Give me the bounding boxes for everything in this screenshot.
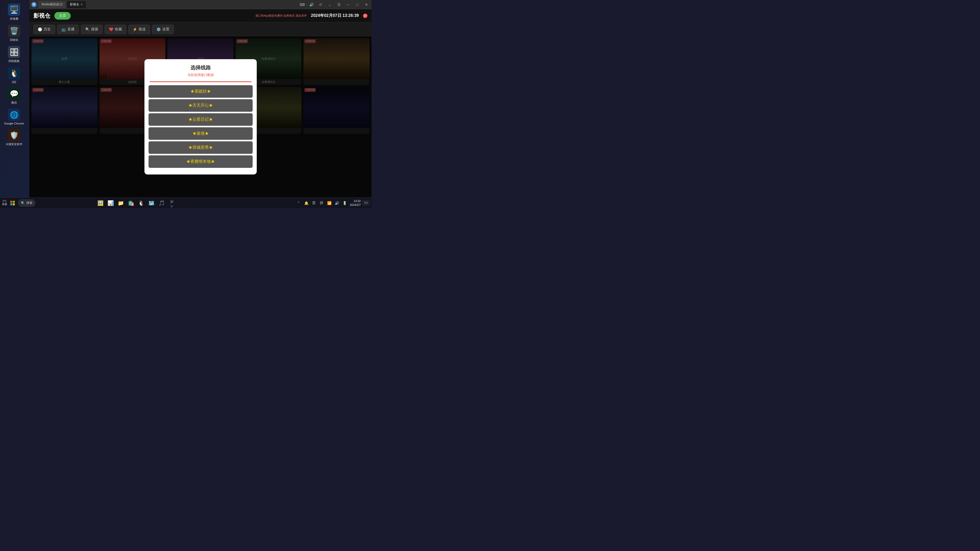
taskbar-search[interactable]: 🔍 搜索 <box>18 199 35 207</box>
menu-icon[interactable]: ☰ <box>336 2 342 8</box>
modal-overlay[interactable]: 选择线路 当前使用接口数据 ★菜妮丝★ ★天天开心★ ★云星日记★ ★俊佬★ ★… <box>29 36 372 197</box>
desktop-icon-label-wechat: 微信 <box>11 101 17 105</box>
taskbar-app-maps[interactable]: 🗺️ <box>146 198 156 208</box>
volume-icon[interactable]: 🔊 <box>308 2 314 8</box>
route-btn-4[interactable]: ★荷城茶秀★ <box>148 141 253 154</box>
desktop-icon-recycle-bin[interactable]: 🗑️ 回收站 <box>3 24 25 43</box>
taskbar-expand-icon[interactable]: ⌃ <box>296 200 302 206</box>
desktop-icons: 🖥️ 此电脑 🗑️ 回收站 🎛️ 控制面板 🐧 QQ 💬 微信 🌐 Google… <box>0 0 28 208</box>
taskbar-app-tiles[interactable]: 📊 <box>106 198 115 208</box>
maximize-icon[interactable]: □ <box>354 2 360 8</box>
desktop-icon-label-control-panel: 控制面板 <box>8 59 20 63</box>
search-icon: 🔍 <box>85 27 89 32</box>
route-btn-2[interactable]: ★云星日记★ <box>148 113 253 126</box>
chevron-down-icon[interactable]: ⌄ <box>327 2 333 8</box>
live-label: 直播 <box>67 27 75 32</box>
titlebar-controls: ⌨ 🔊 ↺ ⌄ ☰ ─ □ ✕ <box>299 2 369 8</box>
desktop-icon-wechat[interactable]: 💬 微信 <box>3 86 25 106</box>
desktop-icon-label-qq: QQ <box>12 80 16 83</box>
desktop-icon-control-panel[interactable]: 🎛️ 控制面板 <box>3 45 25 64</box>
taskbar: 2°C 雾霾 🔍 搜索 🖼️ 📊 📁 🛍️ 🐧 🗺️ 🎵 📱 <box>0 197 372 208</box>
desktop-icon-label-security: 火绒安全软件 <box>6 142 22 146</box>
keyboard-icon[interactable]: ⌨ <box>299 2 305 8</box>
tab-bar: MuMu模拟器12 影视仓 ✕ <box>38 1 297 8</box>
header-notice: 接口和App都是免费的 如果购买 退款差评 <box>256 14 307 17</box>
taskbar-time: 13:32 2024/2/7 <box>350 199 361 206</box>
tab-app[interactable]: 影视仓 ✕ <box>67 1 86 8</box>
taskbar-ime-icon1[interactable]: 英 <box>311 200 317 206</box>
settings-label: 设置 <box>162 27 169 32</box>
route-btn-3[interactable]: ★俊佬★ <box>148 127 253 140</box>
search-label-taskbar: 搜索 <box>26 201 32 205</box>
nav-favorites[interactable]: ❤️ 收藏 <box>105 25 126 34</box>
push-icon: ⚡ <box>133 27 137 32</box>
history-icon: 🕐 <box>38 27 42 32</box>
close-icon[interactable]: ✕ <box>363 2 369 8</box>
taskbar-notification-icon[interactable]: 🔔 <box>303 200 309 206</box>
taskbar-app-gallery[interactable]: 🖼️ <box>95 198 105 208</box>
tab-emulator-label: MuMu模拟器12 <box>41 2 63 6</box>
svg-rect-2 <box>10 203 12 205</box>
ins-label: INS <box>363 201 369 205</box>
nav-live[interactable]: 📺 直播 <box>57 25 79 34</box>
desktop-icon-label-chrome: Google Chrome <box>4 122 24 125</box>
notification-badge[interactable]: 33 <box>363 14 368 18</box>
desktop-icon-security[interactable]: 🛡️ 火绒安全软件 <box>3 128 25 147</box>
taskbar-app-files[interactable]: 📁 <box>116 198 126 208</box>
modal-divider <box>150 81 251 82</box>
app-content: 影视仓 主页 接口和App都是免费的 如果购买 退款差评 2024年02月07日… <box>29 9 372 197</box>
svg-rect-0 <box>10 201 12 203</box>
taskbar-app-qq[interactable]: 🐧 <box>136 198 146 208</box>
search-icon-taskbar: 🔍 <box>21 201 25 205</box>
app-header: 影视仓 主页 接口和App都是免费的 如果购买 退款差评 2024年02月07日… <box>29 9 372 22</box>
taskbar-app-music[interactable]: 🎵 <box>157 198 166 208</box>
refresh-icon[interactable]: ↺ <box>318 2 324 8</box>
taskbar-clock: 13:32 <box>350 199 361 203</box>
live-icon: 📺 <box>62 27 66 32</box>
route-btn-1[interactable]: ★天天开心★ <box>148 99 253 112</box>
history-label: 历史 <box>44 27 51 32</box>
weather-widget: 2°C 雾霾 <box>2 200 7 206</box>
tab-app-label: 影视仓 <box>70 2 79 6</box>
desktop-icon-chrome[interactable]: 🌐 Google Chrome <box>3 108 25 126</box>
desktop-icon-label-this-pc: 此电脑 <box>10 17 18 21</box>
svg-rect-3 <box>13 203 15 205</box>
nav-history[interactable]: 🕐 历史 <box>33 25 55 34</box>
heart-icon: ❤️ <box>109 27 113 32</box>
modal-subtitle: 当前使用接口数据 <box>150 73 251 77</box>
taskbar-apps: 🖼️ 📊 📁 🛍️ 🐧 🗺️ 🎵 📱 <box>95 198 177 208</box>
weather-condition: 雾霾 <box>2 203 7 206</box>
taskbar-app-store[interactable]: 🛍️ <box>126 198 136 208</box>
desktop-icon-this-pc[interactable]: 🖥️ 此电脑 <box>3 3 25 22</box>
desktop-icon-label-recycle-bin: 回收站 <box>10 38 18 42</box>
ime-label2: 拼 <box>320 201 323 205</box>
content-area: 处爱 豆瓣热播 要久久爱 仙剑四 豆瓣热播 4.2 仙剑四 <box>29 36 372 197</box>
emulator-logo: M <box>32 2 37 7</box>
taskbar-volume-icon[interactable]: 🔊 <box>334 200 340 206</box>
datetime-display: 2024年02月07日 13:26:39 <box>311 13 359 18</box>
desktop: 🖥️ 此电脑 🗑️ 回收站 🎛️ 控制面板 🐧 QQ 💬 微信 🌐 Google… <box>0 0 372 208</box>
settings-icon: ⚙️ <box>156 27 161 32</box>
minimize-icon[interactable]: ─ <box>345 2 351 8</box>
home-button[interactable]: 主页 <box>54 12 71 20</box>
nav-push[interactable]: ⚡ 推送 <box>128 25 150 34</box>
taskbar-app-mumu[interactable]: 📱 <box>167 198 177 208</box>
desktop-icon-qq[interactable]: 🐧 QQ <box>3 66 25 84</box>
taskbar-battery-icon[interactable]: 🔋 <box>342 200 348 206</box>
route-btn-0[interactable]: ★菜妮丝★ <box>148 85 253 98</box>
start-button[interactable] <box>8 199 17 207</box>
modal-header: 选择线路 当前使用接口数据 <box>145 59 257 79</box>
weather-temp: 2°C <box>3 200 7 203</box>
taskbar-wifi-icon[interactable]: 📶 <box>326 200 332 206</box>
favorites-label: 收藏 <box>115 27 122 32</box>
ime-label1: 英 <box>312 201 316 205</box>
nav-search[interactable]: 🔍 搜索 <box>81 25 103 34</box>
taskbar-ime-icon2[interactable]: 拼 <box>318 200 325 206</box>
taskbar-right: ⌃ 🔔 英 拼 📶 🔊 🔋 13:32 2024/2/7 INS <box>296 199 369 206</box>
tab-close-icon[interactable]: ✕ <box>81 3 83 6</box>
modal-title: 选择线路 <box>150 64 251 71</box>
nav-settings[interactable]: ⚙️ 设置 <box>152 25 174 34</box>
emulator-titlebar: M MuMu模拟器12 影视仓 ✕ ⌨ 🔊 ↺ ⌄ ☰ ─ □ ✕ <box>29 0 372 9</box>
route-btn-5[interactable]: ★香雅情本地★ <box>148 156 253 168</box>
tab-emulator[interactable]: MuMu模拟器12 <box>38 1 66 8</box>
